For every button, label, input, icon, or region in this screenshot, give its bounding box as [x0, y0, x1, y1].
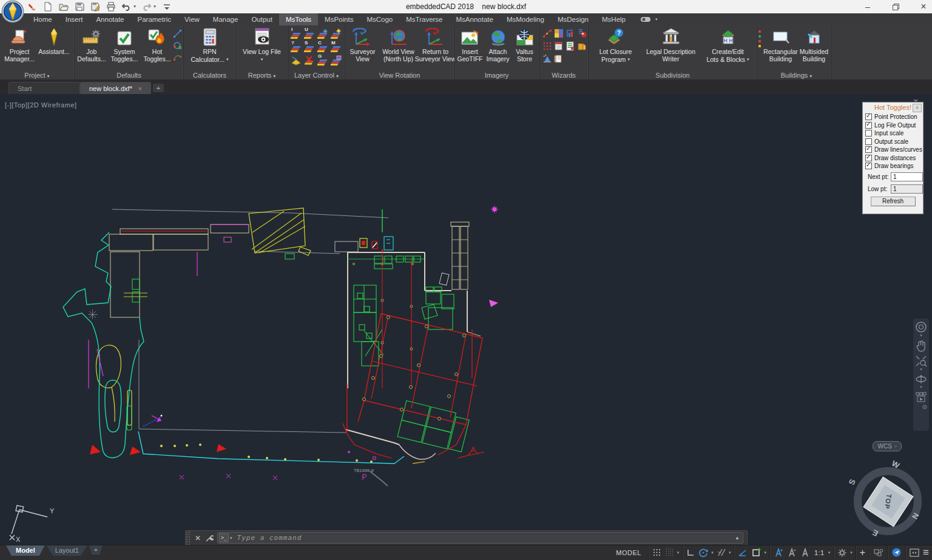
layer-set-icon[interactable]: S [304, 41, 316, 53]
panel-label-calculators[interactable]: Calculators [184, 72, 235, 79]
object-snap-icon[interactable] [749, 545, 763, 559]
isometric-dropdown-icon[interactable]: ▾ [728, 550, 732, 555]
lot-closure-program-button[interactable]: ? Lot Closure Program▾ [591, 25, 641, 63]
grid-display-icon[interactable] [663, 545, 676, 559]
assistant-button[interactable]: Assistant... [36, 25, 72, 55]
grid-dropdown-icon[interactable]: ▾ [676, 550, 681, 555]
panel-label-wizards[interactable]: Wizards [539, 72, 588, 79]
hot-toggle-checkbox-3[interactable] [865, 138, 872, 145]
zoom-dropdown-icon[interactable]: ▾ [920, 367, 922, 372]
new-layout-button[interactable]: + [89, 545, 103, 555]
customization-plus-icon[interactable]: + [858, 545, 867, 559]
wizard-report-icon[interactable] [566, 41, 576, 53]
toggle-point-protection[interactable]: Point Protection [863, 113, 923, 121]
ribbon-display-icon[interactable]: ▾ [641, 13, 658, 25]
toggle-draw-lines-curves[interactable]: Draw lines/curves [863, 146, 923, 154]
wizard-traverse-icon[interactable] [542, 29, 553, 41]
hot-toggle-checkbox-2[interactable] [865, 130, 872, 137]
draw-curve-mini-icon[interactable] [173, 41, 182, 50]
viewport-controls[interactable]: [-][Top][2D Wireframe] [5, 101, 77, 109]
command-input[interactable]: >_ ▾ Type a command ▲ [217, 532, 743, 544]
orbit-dropdown-icon[interactable]: ▾ [920, 385, 922, 390]
drawing-canvas[interactable]: TB1###-# [0, 94, 932, 545]
tab-msmodeling[interactable]: MsModeling [500, 13, 551, 25]
layer-copy-icon[interactable]: C [317, 41, 329, 53]
command-prompt-icon[interactable]: >_ [219, 533, 229, 542]
tab-output[interactable]: Output [245, 13, 279, 25]
hot-toggle-checkbox-4[interactable] [865, 146, 872, 153]
layer-freeze-icon[interactable] [317, 28, 329, 39]
layer-manager-icon[interactable] [331, 55, 342, 66]
tab-view[interactable]: View [178, 13, 206, 25]
tab-msdesign[interactable]: MsDesign [551, 13, 595, 25]
layer-group-icon[interactable]: G [317, 55, 329, 66]
hot-toggle-checkbox-1[interactable] [865, 122, 872, 129]
showmotion-icon[interactable] [915, 391, 927, 403]
command-bar-customize-icon[interactable] [205, 534, 214, 542]
isolate-objects-icon[interactable] [871, 545, 885, 559]
draw-line-mini-icon[interactable] [173, 29, 182, 38]
close-button[interactable]: × [919, 0, 928, 13]
object-snap-tracking-icon[interactable] [736, 545, 749, 559]
legal-description-writer-button[interactable]: Legal Description Writer [641, 25, 701, 62]
layer-unisolate-icon[interactable]: U [304, 28, 316, 39]
tab-mspoints[interactable]: MsPoints [318, 13, 360, 25]
panel-label-imagery[interactable]: Imagery [454, 72, 539, 79]
wizard-manual-icon[interactable] [554, 54, 565, 66]
file-tab-doc[interactable]: new block.dxf*× [80, 82, 151, 95]
wizard-points-icon[interactable] [577, 29, 588, 41]
new-file-tab-button[interactable]: + [153, 84, 164, 92]
world-view-button[interactable]: World View (North Up) [380, 25, 417, 62]
minimize-button[interactable]: – [863, 0, 873, 13]
low-pt-input[interactable]: 1 [891, 184, 923, 194]
ortho-mode-icon[interactable] [684, 545, 697, 559]
model-space-indicator[interactable]: MODEL [611, 549, 646, 556]
restore-button[interactable] [891, 0, 900, 13]
attach-imagery-button[interactable]: Attach Imagery [484, 25, 512, 62]
panel-label-defaults[interactable]: Defaults [75, 72, 183, 79]
polar-dropdown-icon[interactable]: ▾ [710, 550, 715, 555]
file-tab-close-icon[interactable]: × [138, 86, 142, 92]
next-pt-input[interactable]: 1 [891, 172, 923, 181]
tab-insert[interactable]: Insert [59, 13, 90, 25]
panel-label-layer-control[interactable]: Layer Control▾ [288, 72, 345, 79]
palette-close-icon[interactable]: x [913, 104, 922, 112]
hot-toggle-checkbox-6[interactable] [865, 163, 872, 169]
toggle-log-file-output[interactable]: Log File Output [863, 121, 923, 130]
refresh-button[interactable]: Refresh [871, 197, 916, 206]
toggle-output-scale[interactable]: Output scale [863, 138, 923, 146]
annotation-autoscale-icon[interactable] [785, 545, 799, 559]
toggle-draw-distances[interactable]: Draw distances [863, 154, 923, 163]
rectangular-building-button[interactable]: Rectangular Building [763, 25, 799, 62]
pan-icon[interactable] [916, 340, 927, 353]
object-snap-dropdown-icon[interactable]: ▾ [763, 550, 768, 555]
toggle-draw-bearings[interactable]: Draw bearings [863, 162, 923, 170]
file-tab-start[interactable]: Start [8, 82, 80, 95]
wizard-schedule-icon[interactable] [554, 41, 565, 53]
panel-label-subdivision[interactable]: Subdivision [589, 72, 757, 79]
annotation-visibility-icon[interactable] [772, 545, 785, 559]
workspace-switching-icon[interactable] [836, 545, 849, 559]
annotation-scale-dropdown-icon[interactable]: ▾ [827, 550, 832, 555]
zoom-extents-icon[interactable] [915, 355, 927, 367]
hardware-acceleration-icon[interactable] [890, 545, 903, 559]
return-to-surveyor-view-button[interactable]: Return to Surveyor View [417, 25, 454, 62]
layer-walk-icon[interactable] [291, 55, 302, 66]
hot-toggles-button[interactable]: Hot Toggles... [141, 25, 173, 62]
hot-toggle-checkbox-0[interactable] [865, 113, 872, 120]
wizard-assistant-icon[interactable] [542, 54, 553, 66]
valtus-store-button[interactable]: Valtus Store [512, 25, 538, 62]
workspace-dropdown-icon[interactable]: ▾ [849, 550, 854, 555]
surveyor-view-button[interactable]: Surveyor View [346, 25, 380, 62]
command-prompt-dropdown-icon[interactable]: ▾ [230, 536, 232, 541]
wizard-export-icon[interactable] [577, 41, 588, 53]
orbit-icon[interactable] [915, 374, 927, 385]
annotation-scale-value[interactable]: 1:1 [812, 549, 827, 556]
job-defaults-button[interactable]: Job Defaults... [76, 25, 107, 62]
panel-label-buildings[interactable]: Buildings▾ [762, 72, 831, 79]
model-tab[interactable]: Model [6, 545, 45, 556]
app-logo[interactable] [1, 0, 24, 23]
tab-manage[interactable]: Manage [206, 13, 245, 25]
layer-off-icon[interactable] [304, 55, 316, 66]
customization-menu-icon[interactable]: ≡ [921, 545, 931, 559]
